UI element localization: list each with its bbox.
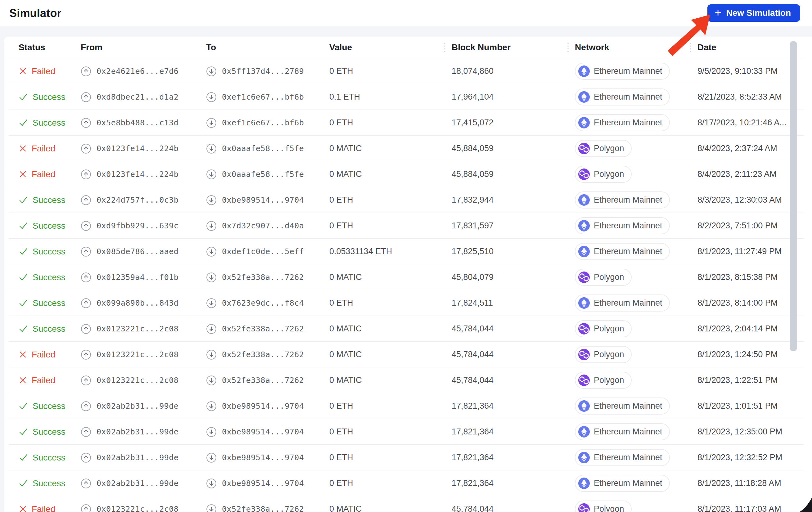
simulation-row[interactable]: Success 0x099a890b...843d 0x7623e9dc.. bbox=[4, 290, 812, 316]
simulation-row[interactable]: Failed 0x0123221c...2c08 0x52fe338a... bbox=[4, 496, 812, 512]
column-resize-handle-icon[interactable] bbox=[689, 41, 693, 54]
simulation-row[interactable]: Success 0x5e8bb488...c13d 0xef1c6e67.. bbox=[4, 110, 812, 135]
from-cell: 0xd9fbb929...639c bbox=[81, 221, 206, 231]
to-address[interactable]: 0x52fe338a...7262 bbox=[222, 273, 304, 282]
simulation-row[interactable]: Success 0x02ab2b31...99de 0xbe989514.. bbox=[4, 419, 812, 445]
network-label: Polygon bbox=[594, 272, 624, 282]
from-address[interactable]: 0x0123221c...2c08 bbox=[96, 505, 178, 512]
column-resize-handle-icon[interactable] bbox=[443, 41, 447, 54]
network-cell: Ethereum Mainnet bbox=[575, 114, 697, 131]
from-address[interactable]: 0xd8dbec21...d1a2 bbox=[96, 92, 178, 101]
from-address[interactable]: 0x0123221c...2c08 bbox=[96, 324, 178, 333]
from-address[interactable]: 0x02ab2b31...99de bbox=[96, 453, 178, 462]
arrow-up-circle-icon bbox=[81, 195, 91, 205]
ethereum-logo-icon bbox=[578, 220, 590, 232]
network-label: Ethereum Mainnet bbox=[594, 195, 662, 205]
value-cell: 0 ETH bbox=[329, 427, 452, 436]
from-address[interactable]: 0x224d757f...0c3b bbox=[96, 195, 178, 205]
to-address[interactable]: 0xef1c6e67...bf6b bbox=[222, 118, 304, 127]
simulation-row[interactable]: Success 0x02ab2b31...99de 0xbe989514.. bbox=[4, 393, 812, 419]
network-badge: Ethereum Mainnet bbox=[575, 243, 670, 260]
from-address[interactable]: 0x0123221c...2c08 bbox=[96, 376, 178, 385]
to-address[interactable]: 0x52fe338a...7262 bbox=[222, 505, 304, 512]
simulation-row[interactable]: Failed 0x2e4621e6...e7d6 0x5ff137d4... bbox=[4, 58, 812, 84]
simulation-row[interactable]: Success 0x0123221c...2c08 0x52fe338a.. bbox=[4, 316, 812, 342]
to-cell: 0xbe989514...9704 bbox=[206, 401, 329, 412]
network-cell: Ethereum Mainnet bbox=[575, 88, 697, 106]
to-address[interactable]: 0xbe989514...9704 bbox=[222, 427, 304, 436]
simulation-row[interactable]: Success 0xd9fbb929...639c 0x7d32c907.. bbox=[4, 213, 812, 239]
from-address[interactable]: 0x02ab2b31...99de bbox=[96, 401, 178, 411]
simulation-row[interactable]: Success 0xd8dbec21...d1a2 0xef1c6e67.. bbox=[4, 84, 812, 110]
check-icon bbox=[19, 247, 28, 256]
network-badge: Ethereum Mainnet bbox=[575, 449, 670, 466]
simulation-row[interactable]: Failed 0x0123221c...2c08 0x52fe338a... bbox=[4, 367, 812, 393]
to-address[interactable]: 0xbe989514...9704 bbox=[222, 479, 304, 488]
network-badge: Ethereum Mainnet bbox=[575, 114, 670, 131]
status-cell: Success bbox=[19, 272, 81, 282]
to-address[interactable]: 0x7623e9dc...f8c4 bbox=[222, 299, 304, 307]
status-cell: Success bbox=[19, 298, 81, 308]
to-address[interactable]: 0xbe989514...9704 bbox=[222, 195, 304, 205]
from-address[interactable]: 0x012359a4...f01b bbox=[96, 273, 178, 282]
network-badge: Polygon bbox=[575, 269, 632, 286]
to-cell: 0x52fe338a...7262 bbox=[206, 350, 329, 360]
to-address[interactable]: 0xbe989514...9704 bbox=[222, 401, 304, 411]
from-address[interactable]: 0x02ab2b31...99de bbox=[96, 479, 178, 488]
to-address[interactable]: 0x52fe338a...7262 bbox=[222, 324, 304, 333]
network-badge: Ethereum Mainnet bbox=[575, 475, 670, 492]
column-header-block-number: Block Number bbox=[452, 42, 575, 53]
from-address[interactable]: 0x085de786...aaed bbox=[96, 247, 178, 256]
value-cell: 0 ETH bbox=[329, 118, 452, 127]
new-simulation-button[interactable]: + New Simulation bbox=[707, 4, 801, 22]
simulation-row[interactable]: Failed 0x0123221c...2c08 0x52fe338a... bbox=[4, 342, 812, 367]
to-address[interactable]: 0x0aaafe58...f5fe bbox=[222, 144, 304, 153]
to-address[interactable]: 0x52fe338a...7262 bbox=[222, 376, 304, 385]
from-address[interactable]: 0x0123221c...2c08 bbox=[96, 350, 178, 359]
to-cell: 0x52fe338a...7262 bbox=[206, 272, 329, 283]
from-address[interactable]: 0x02ab2b31...99de bbox=[96, 427, 178, 436]
simulation-row[interactable]: Success 0x02ab2b31...99de 0xbe989514.. bbox=[4, 471, 812, 496]
to-address[interactable]: 0x0aaafe58...f5fe bbox=[222, 170, 304, 179]
network-badge: Ethereum Mainnet bbox=[575, 191, 670, 209]
check-icon bbox=[19, 299, 28, 307]
date-cell: 8/1/2023, 1:22:51 PM bbox=[697, 375, 812, 385]
simulation-row[interactable]: Failed 0x0123fe14...224b 0x0aaafe58... bbox=[4, 161, 812, 187]
network-label: Ethereum Mainnet bbox=[594, 66, 662, 76]
check-icon bbox=[19, 402, 28, 410]
from-address[interactable]: 0xd9fbb929...639c bbox=[96, 221, 178, 230]
column-resize-handle-icon[interactable] bbox=[566, 41, 570, 54]
from-cell: 0x0123221c...2c08 bbox=[81, 375, 206, 386]
from-address[interactable]: 0x5e8bb488...c13d bbox=[96, 118, 178, 127]
simulation-row[interactable]: Success 0x012359a4...f01b 0x52fe338a.. bbox=[4, 264, 812, 290]
to-address[interactable]: 0xdef1c0de...5eff bbox=[222, 247, 304, 256]
arrow-down-circle-icon bbox=[206, 195, 217, 205]
network-label: Ethereum Mainnet bbox=[594, 401, 662, 411]
to-address[interactable]: 0xbe989514...9704 bbox=[222, 453, 304, 462]
to-address[interactable]: 0xef1c6e67...bf6b bbox=[222, 92, 304, 101]
arrow-down-circle-icon bbox=[206, 143, 217, 154]
network-badge: Ethereum Mainnet bbox=[575, 295, 670, 311]
network-label: Polygon bbox=[594, 324, 624, 334]
from-address[interactable]: 0x0123fe14...224b bbox=[96, 144, 178, 153]
check-icon bbox=[19, 221, 28, 230]
simulation-row[interactable]: Failed 0x0123fe14...224b 0x0aaafe58... bbox=[4, 135, 812, 161]
value-cell: 0.05331134 ETH bbox=[329, 247, 452, 256]
to-address[interactable]: 0x7d32c907...d40a bbox=[222, 221, 304, 230]
to-address[interactable]: 0x52fe338a...7262 bbox=[222, 350, 304, 359]
block-number-cell: 45,884,059 bbox=[452, 170, 575, 179]
to-address[interactable]: 0x5ff137d4...2789 bbox=[222, 67, 304, 76]
from-address[interactable]: 0x0123fe14...224b bbox=[96, 170, 178, 179]
status-cell: Failed bbox=[19, 504, 81, 512]
check-icon bbox=[19, 479, 28, 487]
column-header-network: Network bbox=[575, 42, 697, 53]
status-cell: Success bbox=[19, 118, 81, 128]
simulation-row[interactable]: Success 0x02ab2b31...99de 0xbe989514.. bbox=[4, 445, 812, 471]
simulation-row[interactable]: Success 0x085de786...aaed 0xdef1c0de.. bbox=[4, 239, 812, 264]
status-cell: Success bbox=[19, 479, 81, 488]
from-address[interactable]: 0x099a890b...843d bbox=[96, 299, 178, 307]
block-number-cell: 45,784,044 bbox=[452, 504, 575, 512]
vertical-scrollbar-thumb[interactable] bbox=[790, 41, 797, 351]
simulation-row[interactable]: Success 0x224d757f...0c3b 0xbe989514.. bbox=[4, 187, 812, 213]
from-address[interactable]: 0x2e4621e6...e7d6 bbox=[96, 67, 178, 76]
